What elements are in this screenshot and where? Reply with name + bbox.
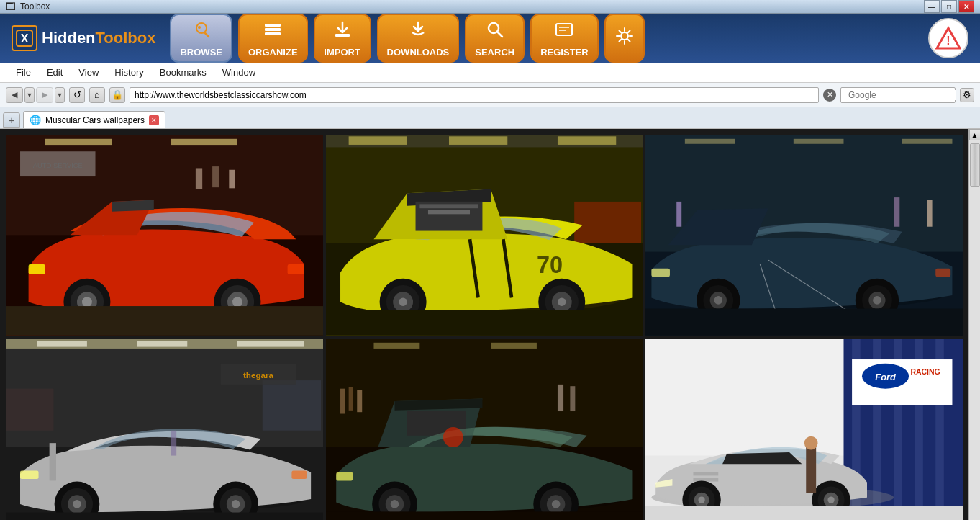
svg-text:thegara: thegara [243, 369, 273, 379]
scrollbar-thumb[interactable] [970, 143, 980, 187]
search-icon [485, 19, 505, 44]
svg-point-153 [804, 436, 818, 450]
home-button[interactable]: ⌂ [89, 87, 105, 103]
svg-rect-118 [336, 472, 353, 481]
menu-window[interactable]: Window [215, 65, 263, 80]
svg-line-9 [497, 32, 502, 37]
menu-edit[interactable]: Edit [40, 65, 70, 80]
settings-gear-icon [614, 26, 635, 50]
title-bar: 🗔 Toolbox — □ ✕ [0, 0, 980, 14]
forward-history-button[interactable]: ▼ [55, 87, 65, 103]
svg-rect-10 [556, 24, 572, 35]
tab-label: Muscular Cars wallpapers [45, 115, 145, 125]
svg-rect-113 [558, 385, 563, 411]
google-search-input[interactable] [848, 90, 956, 100]
import-button[interactable]: IMPORT [314, 14, 371, 63]
tab-favicon: 🌐 [30, 115, 41, 125]
svg-point-150 [828, 496, 835, 503]
svg-rect-48 [419, 204, 478, 208]
svg-text:AUTO SERVICE: AUTO SERVICE [33, 162, 83, 169]
main-toolbar: X HiddenToolbox BROWSE [0, 14, 980, 63]
lock-icon: 🔒 [109, 87, 125, 103]
photo-grid: AUTO SERVICE [0, 129, 968, 520]
svg-rect-151 [645, 506, 963, 520]
address-bar: ◀ ▼ ▶ ▼ ↺ ⌂ 🔒 ✕ ⚙ [0, 83, 980, 107]
menu-file[interactable]: File [9, 65, 38, 80]
downloads-icon [408, 19, 428, 44]
photo-car-2: 70 [326, 135, 643, 336]
browse-button[interactable]: BROWSE [170, 14, 232, 63]
title-bar-left: 🗔 Toolbox [6, 1, 50, 12]
svg-rect-26 [29, 264, 45, 274]
import-icon [332, 19, 353, 44]
svg-rect-4 [265, 24, 281, 27]
svg-rect-142 [694, 478, 719, 482]
history-dropdown-button[interactable]: ▼ [24, 87, 35, 103]
search-button[interactable]: SEARCH [465, 14, 525, 63]
svg-point-122 [390, 500, 399, 508]
menu-view[interactable]: View [71, 65, 106, 80]
svg-rect-95 [291, 470, 307, 479]
nav-arrows: ◀ ▼ ▶ ▼ [6, 87, 65, 103]
svg-rect-93 [50, 443, 56, 480]
svg-rect-45 [574, 202, 641, 243]
svg-rect-87 [237, 341, 304, 346]
photo-car-5 [326, 339, 643, 520]
browser-settings-button[interactable]: ⚙ [960, 88, 974, 102]
photo-car-3 [645, 135, 963, 336]
search-box [840, 87, 956, 103]
photo-car-4: thegara [6, 339, 323, 520]
minimize-button[interactable]: — [924, 0, 940, 13]
svg-rect-6 [265, 32, 281, 35]
close-button[interactable]: ✕ [958, 0, 974, 13]
alert-button[interactable]: ! [928, 18, 968, 58]
settings-button[interactable] [604, 14, 645, 63]
menu-bookmarks[interactable]: Bookmarks [153, 65, 214, 80]
menu-history[interactable]: History [107, 65, 150, 80]
organize-icon [263, 19, 283, 44]
register-icon [554, 19, 574, 44]
svg-rect-108 [373, 343, 419, 349]
svg-rect-21 [171, 139, 237, 145]
tab-close-button[interactable]: ✕ [149, 115, 159, 125]
browser-body: AUTO SERVICE [0, 129, 980, 520]
url-clear-button[interactable]: ✕ [823, 89, 836, 102]
svg-point-103 [232, 500, 240, 508]
svg-rect-65 [677, 202, 682, 227]
back-button[interactable]: ◀ [6, 87, 23, 103]
svg-point-58 [558, 297, 566, 306]
svg-point-126 [551, 500, 560, 508]
svg-rect-141 [694, 472, 719, 476]
downloads-button[interactable]: DOWNLOADS [377, 14, 460, 63]
url-input[interactable] [130, 87, 819, 103]
tab-muscular-cars[interactable]: 🌐 Muscular Cars wallpapers ✕ [23, 111, 165, 128]
title-bar-controls: — □ ✕ [924, 0, 974, 13]
svg-rect-49 [428, 210, 470, 215]
logo: X HiddenToolbox [12, 25, 155, 51]
svg-point-117 [443, 427, 463, 447]
maximize-button[interactable]: □ [941, 0, 957, 13]
svg-rect-20 [45, 139, 112, 145]
svg-rect-111 [348, 387, 353, 411]
register-button[interactable]: REGISTER [530, 14, 598, 63]
svg-rect-23 [212, 166, 219, 187]
svg-rect-42 [348, 136, 407, 145]
svg-rect-85 [37, 341, 87, 346]
svg-rect-114 [570, 386, 575, 411]
svg-rect-5 [265, 28, 281, 31]
refresh-button[interactable]: ↺ [69, 87, 85, 103]
svg-text:Ford: Ford [876, 372, 897, 382]
new-tab-button[interactable]: + [3, 112, 20, 128]
svg-text:RACING: RACING [911, 368, 940, 376]
tab-bar: + 🌐 Muscular Cars wallpapers ✕ [0, 107, 980, 129]
svg-text:X: X [21, 32, 29, 45]
svg-point-31 [82, 297, 92, 307]
organize-button[interactable]: ORGANIZE [238, 14, 308, 63]
browse-icon [191, 19, 212, 44]
browser-content: AUTO SERVICE [0, 129, 968, 520]
svg-rect-69 [652, 269, 671, 277]
svg-point-2 [196, 23, 207, 33]
scrollbar-up-button[interactable]: ▲ [969, 129, 981, 140]
svg-rect-44 [558, 136, 616, 145]
forward-button[interactable]: ▶ [36, 87, 53, 103]
